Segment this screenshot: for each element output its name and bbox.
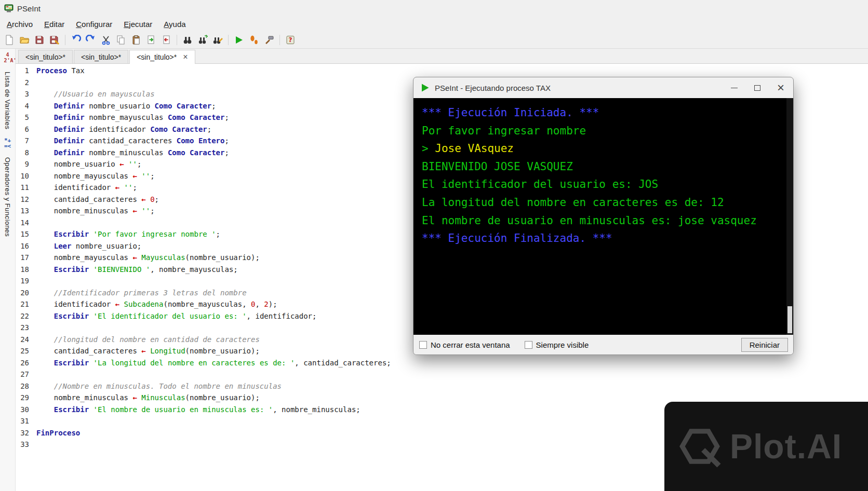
line-number: 7 <box>16 135 36 147</box>
terminal-line: La longitud del nombre en caracteres es … <box>422 194 785 212</box>
line-number: 17 <box>16 252 36 264</box>
tab-close-icon[interactable]: × <box>183 54 188 60</box>
close-button[interactable]: × <box>771 80 790 96</box>
flowchart-tools-icon[interactable] <box>262 33 276 47</box>
checkbox-label: No cerrar esta ventana <box>431 340 510 349</box>
menu-item-configurar[interactable]: Configurar <box>70 18 118 31</box>
toolbar-separator <box>279 35 280 45</box>
line-number: 20 <box>16 287 36 299</box>
code-text: Escribir 'La longitud del nombre en cara… <box>36 357 391 369</box>
save-file-icon[interactable] <box>33 33 46 47</box>
code-line[interactable]: 1Proceso Tax <box>16 65 868 77</box>
line-number: 11 <box>16 182 36 194</box>
operators-panel-icon[interactable]: *+=< <box>4 138 11 149</box>
redo-icon[interactable] <box>84 33 98 47</box>
sidebar-item-lista-de-variables[interactable]: Lista de Variables <box>4 72 11 129</box>
terminal-line: *** Ejecución Finalizada. *** <box>422 229 785 248</box>
execution-window[interactable]: PSeInt - Ejecutando proceso TAX × *** Ej… <box>413 77 794 355</box>
line-number: 3 <box>16 88 36 100</box>
sidebar-item-operadores-y-funciones[interactable]: Operadores y Funciones <box>4 157 11 237</box>
code-text <box>36 275 41 287</box>
code-text: FinProceso <box>36 427 80 439</box>
find-next-icon[interactable] <box>196 33 209 47</box>
line-number: 23 <box>16 322 36 334</box>
code-text: cantidad_caracteres ← Longitud(nombre_us… <box>36 345 260 357</box>
execution-window-titlebar[interactable]: PSeInt - Ejecutando proceso TAX × <box>413 77 793 98</box>
code-text: //Usuario en mayusculas <box>36 88 155 100</box>
copy-icon[interactable] <box>114 33 128 47</box>
checkbox-option-1: No cerrar esta ventana <box>419 340 510 349</box>
cut-icon[interactable] <box>99 33 113 47</box>
find-icon[interactable] <box>181 33 194 47</box>
tab-label: <sin_titulo>* <box>137 53 177 61</box>
step-execution-icon[interactable] <box>247 33 261 47</box>
code-text <box>36 439 41 451</box>
variables-panel-icon[interactable]: 42'A'¿? <box>4 52 11 63</box>
code-text: Escribir 'El identificador del usuario e… <box>36 310 316 322</box>
toolbar-separator <box>177 35 177 45</box>
line-number: 1 <box>16 65 36 77</box>
code-text <box>36 322 41 334</box>
restart-button[interactable]: Reiniciar <box>741 338 788 352</box>
pseint-logo-icon <box>4 4 14 13</box>
line-number: 13 <box>16 205 36 217</box>
terminal-line: El identificador del usuario es: JOS <box>422 175 785 194</box>
checkbox-2[interactable] <box>525 341 532 349</box>
menu-item-ayuda[interactable]: Ayuda <box>158 18 191 31</box>
tab-3[interactable]: <sin_titulo>*× <box>129 50 195 64</box>
line-number: 4 <box>16 100 36 112</box>
run-window-icon <box>420 83 430 93</box>
line-number: 12 <box>16 194 36 206</box>
minimize-button[interactable] <box>725 80 743 96</box>
side-panel-strip: 42'A'¿? Lista de Variables *+=< Operador… <box>0 49 16 491</box>
new-file-icon[interactable] <box>3 33 16 47</box>
code-text: //longitud del nombre en cantidad de car… <box>36 334 260 346</box>
line-number: 26 <box>16 357 36 369</box>
code-text: Proceso Tax <box>36 65 85 77</box>
tab-label: <sin_titulo>* <box>81 53 121 61</box>
menu-item-editar[interactable]: Editar <box>38 18 70 31</box>
code-text: Escribir 'El nombre de usuario en minusc… <box>36 404 360 416</box>
checkbox-1[interactable] <box>419 341 427 349</box>
code-line[interactable]: 26 Escribir 'La longitud del nombre en c… <box>16 357 868 369</box>
code-text: nombre_minusculas ← ''; <box>36 205 155 217</box>
code-line[interactable]: 28 //Nombre en minusculas. Todo el nombr… <box>16 380 868 392</box>
run-icon[interactable] <box>232 33 246 47</box>
line-number: 5 <box>16 112 36 124</box>
toolbar: ? <box>0 31 868 49</box>
terminal-line: *** Ejecución Iniciada. *** <box>422 104 785 122</box>
code-line[interactable]: 27 <box>16 369 868 380</box>
terminal-output[interactable]: *** Ejecución Iniciada. ***Por favor ing… <box>413 98 793 335</box>
terminal-lines: *** Ejecución Iniciada. ***Por favor ing… <box>422 104 785 248</box>
tab-1[interactable]: <sin_titulo>* <box>18 50 73 63</box>
line-number: 9 <box>16 158 36 170</box>
toolbar-separator <box>228 35 229 45</box>
line-number: 15 <box>16 228 36 240</box>
line-number: 25 <box>16 345 36 357</box>
tab-2[interactable]: <sin_titulo>* <box>74 50 128 63</box>
terminal-scrollbar[interactable] <box>786 98 793 335</box>
uncomment-icon[interactable] <box>159 33 173 47</box>
line-number: 24 <box>16 334 36 346</box>
watermark-logo-icon <box>678 425 722 468</box>
menu-item-archivo[interactable]: Archivo <box>1 18 38 31</box>
maximize-button[interactable] <box>748 80 767 96</box>
open-file-icon[interactable] <box>18 33 31 47</box>
app-titlebar: PSeInt <box>0 0 868 17</box>
terminal-scrollbar-thumb[interactable] <box>787 306 792 333</box>
line-number: 21 <box>16 298 36 310</box>
undo-icon[interactable] <box>69 33 83 47</box>
save-as-icon[interactable] <box>48 33 61 47</box>
terminal-line: El nombre de usuario en minusculas es: j… <box>422 212 785 230</box>
code-text: nombre_usuario ← ''; <box>36 158 141 170</box>
replace-icon[interactable] <box>211 33 224 47</box>
menu-item-ejecutar[interactable]: Ejecutar <box>118 18 158 31</box>
help-icon[interactable]: ? <box>284 33 297 47</box>
code-text <box>36 217 41 229</box>
paste-icon[interactable] <box>129 33 143 47</box>
line-number: 31 <box>16 415 36 427</box>
line-number: 16 <box>16 240 36 252</box>
checkbox-label: Siempre visible <box>536 340 589 349</box>
comment-icon[interactable] <box>144 33 158 47</box>
code-text <box>36 369 41 380</box>
